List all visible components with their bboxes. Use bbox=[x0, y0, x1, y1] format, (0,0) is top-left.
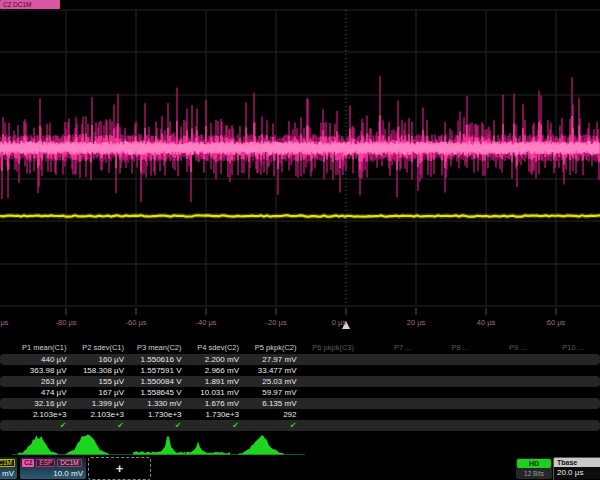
measure-value-cell: 1.557591 V bbox=[125, 365, 182, 376]
oscilloscope-screen: C2 DC1M -100 µs-80 µs-60 µs-40 µs-20 µs0… bbox=[0, 0, 600, 480]
measure-value-cell: 363.98 µV bbox=[10, 365, 67, 376]
measure-header-8[interactable]: P8 ... bbox=[412, 341, 469, 352]
measure-value-cell: 25.03 mV bbox=[240, 376, 297, 387]
timebase-title: Tbase bbox=[554, 458, 600, 467]
timebase-value: 20.0 µs bbox=[554, 467, 600, 479]
measure-status-check-icon: ✔ bbox=[125, 420, 182, 431]
measure-value-cell: 155 µV bbox=[67, 376, 124, 387]
histicon-p5[interactable] bbox=[238, 435, 284, 454]
measure-status-check-icon: ✔ bbox=[182, 420, 239, 431]
measure-stat-row: 263 µV155 µV1.550084 V1.891 mV25.03 mV bbox=[0, 376, 600, 387]
c1-scale-value: 10.0 mV bbox=[0, 468, 17, 479]
measure-value-cell: 1.550084 V bbox=[125, 376, 182, 387]
time-axis-label: 40 µs bbox=[477, 318, 496, 327]
c2-scale-value: 10.0 mV bbox=[20, 468, 86, 479]
time-axis-label: -40 µs bbox=[196, 318, 217, 327]
c2-esp-badge: ESP bbox=[36, 459, 55, 467]
measure-value-cell: 160 µV bbox=[67, 354, 124, 365]
measure-stat-row: 2.103e+32.103e+31.730e+31.730e+3292 bbox=[0, 409, 600, 420]
time-axis-label: 20 µs bbox=[407, 318, 426, 327]
measure-status-check-icon: ✔ bbox=[10, 420, 67, 431]
measure-header-11[interactable]: P11 bbox=[585, 341, 600, 352]
graticule-and-traces bbox=[0, 0, 600, 336]
measure-value-cell: 1.330 mV bbox=[125, 398, 182, 409]
acquisition-mode-chip[interactable]: HD 12 Bits bbox=[516, 458, 552, 479]
histicon-p3[interactable] bbox=[133, 437, 186, 455]
histicon-p2[interactable] bbox=[65, 435, 109, 455]
measure-header-4[interactable]: P4 sdev(C2) bbox=[182, 341, 239, 352]
measure-header-row: P1 mean(C1)P2 sdev(C1)P3 mean(C2)P4 sdev… bbox=[0, 341, 600, 354]
descriptor-bar: DC1M 10.0 mV C2 ESP DC1M 10.0 mV + HD 12… bbox=[0, 457, 600, 480]
measure-value-cell: 59.97 mV bbox=[240, 387, 297, 398]
time-axis-label: -80 µs bbox=[56, 318, 77, 327]
measure-value-cell: 263 µV bbox=[10, 376, 67, 387]
measure-stat-row: 440 µV160 µV1.550616 V2.200 mV27.97 mV bbox=[0, 354, 600, 365]
time-axis-label: 0 µs bbox=[332, 318, 346, 327]
measure-header-5[interactable]: P5 pkpk(C2) bbox=[240, 341, 297, 352]
add-trace-button[interactable]: + bbox=[88, 457, 151, 480]
measure-value-cell: 10.031 mV bbox=[182, 387, 239, 398]
measure-value-cell: 1.550616 V bbox=[125, 354, 182, 365]
measurement-table: P1 mean(C1)P2 sdev(C1)P3 mean(C2)P4 sdev… bbox=[0, 341, 600, 431]
measure-stat-row: 32.16 µV1.399 µV1.330 mV1.676 mV6.135 mV bbox=[0, 398, 600, 409]
time-axis-label: -100 µs bbox=[0, 318, 9, 327]
measure-header-9[interactable]: P9 ... bbox=[470, 341, 527, 352]
measure-value-cell: 158.308 µV bbox=[67, 365, 124, 376]
resolution-bits-label: 12 Bits bbox=[517, 468, 551, 478]
histicon-p4[interactable] bbox=[186, 442, 230, 455]
measure-header-10[interactable]: P10 ... bbox=[527, 341, 584, 352]
measure-header-3[interactable]: P3 mean(C2) bbox=[125, 341, 182, 352]
measure-value-cell: 1.730e+3 bbox=[182, 409, 239, 420]
measure-value-cell: 2.103e+3 bbox=[10, 409, 67, 420]
c1-flat-trace[interactable] bbox=[0, 215, 600, 216]
measure-value-cell: 2.103e+3 bbox=[67, 409, 124, 420]
time-axis-label: -60 µs bbox=[126, 318, 147, 327]
measure-stat-row: 474 µV167 µV1.558645 V10.031 mV59.97 mV bbox=[0, 387, 600, 398]
measure-value-cell: 33.477 mV bbox=[240, 365, 297, 376]
measure-status-row: ✔✔✔✔✔ bbox=[0, 420, 600, 431]
measure-value-cell: 474 µV bbox=[10, 387, 67, 398]
measure-value-cell: 27.97 mV bbox=[240, 354, 297, 365]
hd-mode-badge: HD bbox=[517, 459, 551, 468]
measurement-histicons bbox=[0, 432, 600, 457]
measure-value-cell: 1.558645 V bbox=[125, 387, 182, 398]
measure-status-check-icon: ✔ bbox=[240, 420, 297, 431]
measure-header-6[interactable]: P6 pkpk(C3) bbox=[297, 341, 354, 352]
time-axis-label: 60 µs bbox=[547, 318, 566, 327]
measure-value-cell: 6.135 mV bbox=[240, 398, 297, 409]
measure-value-cell: 167 µV bbox=[67, 387, 124, 398]
measure-value-cell: 1.676 mV bbox=[182, 398, 239, 409]
measure-stat-row: 363.98 µV158.308 µV1.557591 V2.966 mV33.… bbox=[0, 365, 600, 376]
measure-value-cell: 292 bbox=[240, 409, 297, 420]
measure-header-1[interactable]: P1 mean(C1) bbox=[10, 341, 67, 352]
measure-value-cell: 440 µV bbox=[10, 354, 67, 365]
measure-value-cell: 1.399 µV bbox=[67, 398, 124, 409]
timebase-descriptor-box[interactable]: Tbase 20.0 µs bbox=[553, 457, 600, 480]
measure-value-cell: 32.16 µV bbox=[10, 398, 67, 409]
c2-descriptor-box[interactable]: C2 ESP DC1M 10.0 mV bbox=[20, 457, 86, 479]
trace-annotation-badge[interactable]: C2 DC1M bbox=[0, 0, 60, 9]
time-axis-ticks bbox=[66, 308, 556, 315]
histicon-p1[interactable] bbox=[18, 435, 58, 454]
measure-value-cell: 2.966 mV bbox=[182, 365, 239, 376]
c1-descriptor-box[interactable]: DC1M 10.0 mV bbox=[0, 457, 17, 479]
measure-header-2[interactable]: P2 sdev(C1) bbox=[67, 341, 124, 352]
c1-coupling-badge: DC1M bbox=[0, 459, 15, 467]
measure-value-cell: 1.891 mV bbox=[182, 376, 239, 387]
c2-coupling-badge: DC1M bbox=[57, 459, 81, 467]
measure-header-7[interactable]: P7 ... bbox=[355, 341, 412, 352]
measure-value-cell: 1.730e+3 bbox=[125, 409, 182, 420]
measure-status-check-icon: ✔ bbox=[67, 420, 124, 431]
c2-channel-badge: C2 bbox=[22, 459, 34, 467]
time-axis-label: -20 µs bbox=[266, 318, 287, 327]
measure-value-cell: 2.200 mV bbox=[182, 354, 239, 365]
